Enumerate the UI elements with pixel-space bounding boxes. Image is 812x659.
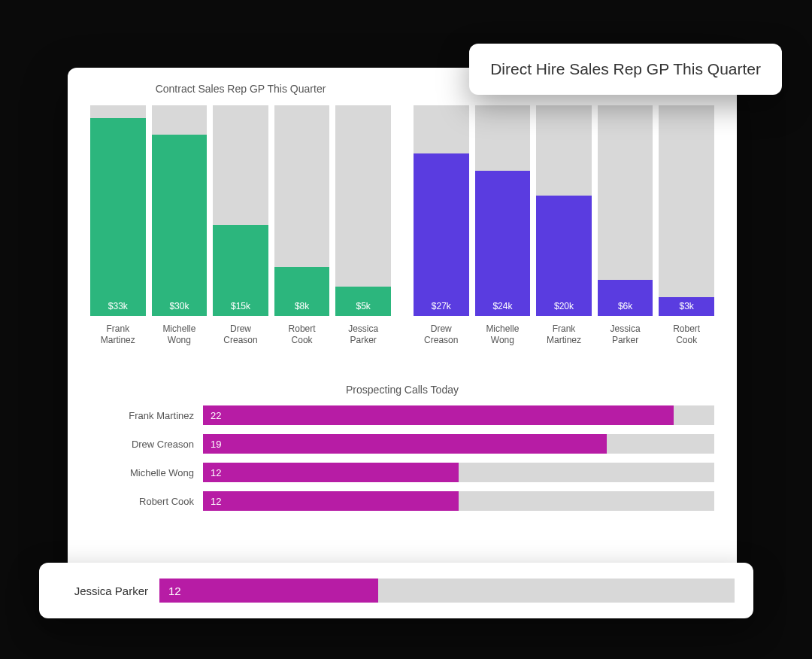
bar-fill: $24k [475, 171, 531, 316]
bar-column: $5k JessicaParker [335, 105, 391, 347]
bar-label: MichelleWong [152, 323, 208, 347]
bars-row: $33k FrankMartinez $30k MichelleWong $15… [90, 106, 391, 347]
bar-fill: $20k [536, 196, 592, 316]
floating-title-text: Direct Hire Sales Rep GP This Quarter [490, 60, 761, 78]
bar-label: JessicaParker [335, 323, 391, 347]
bar-fill: $30k [152, 135, 208, 316]
row-label: Michelle Wong [90, 467, 203, 478]
bar-fill: $3k [659, 297, 714, 316]
bar-label: FrankMartinez [90, 323, 146, 347]
bar-track: $30k [152, 105, 208, 316]
bar-fill: 12 [203, 463, 459, 482]
bar-label: FrankMartinez [536, 323, 592, 347]
bar-track: $15k [213, 105, 268, 316]
floating-highlight-row: Jessica Parker 12 [39, 563, 753, 618]
row-label: Drew Creason [90, 439, 203, 450]
bar-label: DrewCreason [213, 323, 268, 347]
bar-track: $5k [335, 105, 391, 316]
direct-hire-chart: Direct Hire Sales Rep GP This Quarter $2… [414, 83, 714, 369]
bar-fill: 12 [203, 491, 459, 511]
bar-column: $30k MichelleWong [152, 105, 208, 347]
row-label: Robert Cook [90, 496, 203, 507]
chart-title: Contract Sales Rep GP This Quarter [90, 83, 391, 95]
bar-fill: $6k [598, 280, 653, 316]
row-label: Jessica Parker [58, 585, 159, 597]
bar-track: $3k [659, 105, 714, 316]
bar-label: RobertCook [659, 323, 714, 347]
bar-track: $20k [536, 105, 592, 316]
bar-track: 19 [203, 434, 714, 454]
bar-label: MichelleWong [475, 323, 531, 347]
contract-sales-chart: Contract Sales Rep GP This Quarter $33k … [90, 83, 391, 369]
bar-fill: 19 [203, 434, 607, 454]
bar-label: DrewCreason [414, 323, 469, 347]
bar-fill: $27k [414, 153, 469, 316]
row-label: Frank Martinez [90, 410, 203, 421]
bar-track: 12 [203, 491, 714, 511]
bars-row: $27k DrewCreason $24k MichelleWong $20k … [414, 106, 714, 347]
bar-label: JessicaParker [598, 323, 653, 347]
bar-track: $24k [475, 105, 531, 316]
prospecting-calls-chart: Prospecting Calls Today Frank Martinez 2… [90, 384, 714, 512]
calls-row: Drew Creason 19 [90, 433, 714, 454]
bar-fill: 12 [159, 579, 378, 603]
bar-fill: $8k [274, 267, 330, 315]
bar-track: $8k [274, 105, 330, 316]
bar-column: $15k DrewCreason [213, 105, 268, 347]
bar-column: $33k FrankMartinez [90, 105, 146, 347]
bar-column: $27k DrewCreason [414, 105, 469, 347]
bar-column: $24k MichelleWong [475, 105, 531, 347]
bar-column: $3k RobertCook [659, 105, 714, 347]
bar-track: $33k [90, 105, 146, 316]
bar-track: 12 [203, 463, 714, 482]
bar-column: $8k RobertCook [274, 105, 330, 347]
dashboard-card: Contract Sales Rep GP This Quarter $33k … [68, 68, 737, 582]
bar-column: $20k FrankMartinez [536, 105, 592, 347]
top-charts-row: Contract Sales Rep GP This Quarter $33k … [90, 83, 714, 369]
calls-row: Robert Cook 12 [90, 490, 714, 512]
bar-track: 12 [159, 579, 735, 603]
floating-title-card: Direct Hire Sales Rep GP This Quarter [469, 44, 782, 95]
calls-row: Frank Martinez 22 [90, 405, 714, 426]
calls-row: Michelle Wong 12 [90, 462, 714, 483]
bar-column: $6k JessicaParker [598, 105, 653, 347]
bar-fill: $5k [335, 287, 391, 316]
bar-fill: 22 [203, 405, 674, 425]
bar-fill: $15k [213, 225, 268, 315]
bar-label: RobertCook [274, 323, 330, 347]
bar-track: 22 [203, 405, 714, 425]
bar-track: $6k [598, 105, 653, 316]
bar-track: $27k [414, 105, 469, 316]
bar-fill: $33k [90, 118, 146, 316]
chart-title: Prospecting Calls Today [90, 384, 714, 396]
